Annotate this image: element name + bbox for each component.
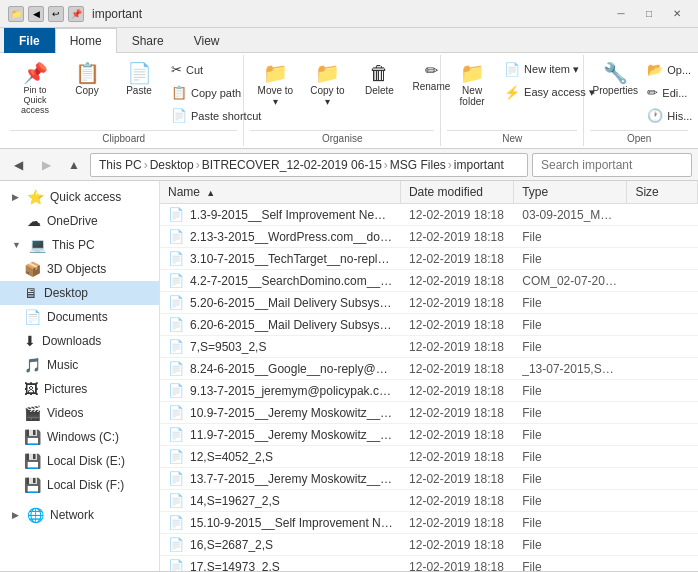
sidebar-item-pictures[interactable]: 🖼 Pictures bbox=[0, 377, 159, 401]
file-row[interactable]: 📄 12,S=4052_2,S 12-02-2019 18:18 File bbox=[160, 446, 698, 468]
tab-home[interactable]: Home bbox=[55, 28, 117, 53]
sidebar-item-quickaccess[interactable]: ▶ ⭐ Quick access bbox=[0, 185, 159, 209]
back-button[interactable]: ◀ bbox=[6, 153, 30, 177]
col-header-size[interactable]: Size bbox=[627, 181, 698, 203]
file-row[interactable]: 📄 11.9-7-2015__Jeremy Moskowitz__jeremy.… bbox=[160, 424, 698, 446]
edit-button[interactable]: ✏ Edi... bbox=[642, 82, 697, 103]
properties-icon: 🔧 bbox=[603, 63, 628, 83]
sidebar-item-3dobjects[interactable]: 📦 3D Objects bbox=[0, 257, 159, 281]
file-icon: 📄 bbox=[168, 537, 184, 552]
file-row[interactable]: 📄 3.10-7-2015__TechTarget__no-reply@tec.… bbox=[160, 248, 698, 270]
col-header-type[interactable]: Type bbox=[514, 181, 627, 203]
file-row[interactable]: 📄 15.10-9-2015__Self Improvement Newslet… bbox=[160, 512, 698, 534]
move-to-button[interactable]: 📁 Move to ▾ bbox=[250, 59, 300, 111]
sidebar-item-documents[interactable]: 📄 Documents bbox=[0, 305, 159, 329]
sort-arrow: ▲ bbox=[206, 188, 215, 198]
sidebar-item-videos[interactable]: 🎬 Videos bbox=[0, 401, 159, 425]
sidebar-item-downloads[interactable]: ⬇ Downloads bbox=[0, 329, 159, 353]
file-name: 📄 17,S=14973_2,S bbox=[160, 556, 401, 571]
file-icon: 📄 bbox=[168, 251, 184, 266]
copy-to-button[interactable]: 📁 Copy to ▾ bbox=[302, 59, 352, 111]
file-date: 12-02-2019 18:18 bbox=[401, 535, 514, 555]
tab-file[interactable]: File bbox=[4, 28, 55, 53]
sidebar-item-localf[interactable]: 💾 Local Disk (F:) bbox=[0, 473, 159, 497]
file-row[interactable]: 📄 2.13-3-2015__WordPress.com__donotrep..… bbox=[160, 226, 698, 248]
file-row[interactable]: 📄 16,S=2687_2,S 12-02-2019 18:18 File bbox=[160, 534, 698, 556]
sidebar-item-locale[interactable]: 💾 Local Disk (E:) bbox=[0, 449, 159, 473]
sidebar: ▶ ⭐ Quick access ▶ ☁ OneDrive ▼ 💻 This P… bbox=[0, 181, 160, 571]
file-row[interactable]: 📄 5.20-6-2015__Mail Delivery Subsystem_.… bbox=[160, 292, 698, 314]
pin-quick-access-button[interactable]: 📌 Pin to Quick access bbox=[10, 59, 60, 119]
tab-view[interactable]: View bbox=[179, 28, 235, 53]
new-folder-button[interactable]: 📁 New folder bbox=[447, 59, 497, 111]
file-row[interactable]: 📄 9.13-7-2015_jeremym@policypak.com_G...… bbox=[160, 380, 698, 402]
pictures-icon: 🖼 bbox=[24, 381, 38, 397]
file-type: File bbox=[514, 315, 627, 335]
file-size bbox=[627, 344, 698, 350]
close-button[interactable]: ✕ bbox=[664, 4, 690, 24]
sidebar-item-onedrive[interactable]: ▶ ☁ OneDrive bbox=[0, 209, 159, 233]
sidebar-label-thispc: This PC bbox=[52, 238, 95, 252]
edit-icon: ✏ bbox=[647, 85, 658, 100]
sidebar-item-music[interactable]: 🎵 Music bbox=[0, 353, 159, 377]
file-size bbox=[627, 278, 698, 284]
sidebar-item-thispc[interactable]: ▼ 💻 This PC bbox=[0, 233, 159, 257]
cut-icon: ✂ bbox=[171, 62, 182, 77]
history-button[interactable]: 🕐 His... bbox=[642, 105, 697, 126]
path-desktop[interactable]: Desktop bbox=[150, 158, 194, 172]
up-button[interactable]: ▲ bbox=[62, 153, 86, 177]
path-msgfiles[interactable]: MSG Files bbox=[390, 158, 446, 172]
file-date: 12-02-2019 18:18 bbox=[401, 381, 514, 401]
path-bitrecover[interactable]: BITRECOVER_12-02-2019 06-15 bbox=[202, 158, 382, 172]
address-bar: ◀ ▶ ▲ This PC › Desktop › BITRECOVER_12-… bbox=[0, 149, 698, 181]
file-row[interactable]: 📄 7,S=9503_2,S 12-02-2019 18:18 File bbox=[160, 336, 698, 358]
maximize-button[interactable]: □ bbox=[636, 4, 662, 24]
sidebar-item-desktop[interactable]: 🖥 Desktop bbox=[0, 281, 159, 305]
file-row[interactable]: 📄 4.2-7-2015__SearchDomino.com__webm... … bbox=[160, 270, 698, 292]
properties-button[interactable]: 🔧 Properties bbox=[590, 59, 640, 100]
tab-share[interactable]: Share bbox=[117, 28, 179, 53]
file-row[interactable]: 📄 6.20-6-2015__Mail Delivery Subsystem_.… bbox=[160, 314, 698, 336]
minimize-button[interactable]: ─ bbox=[608, 4, 634, 24]
newfolder-icon: 📁 bbox=[460, 63, 485, 83]
copyto-label: Copy to ▾ bbox=[308, 85, 346, 107]
file-row[interactable]: 📄 1.3-9-2015__Self Improvement Newslette… bbox=[160, 204, 698, 226]
sidebar-label-windowsc: Windows (C:) bbox=[47, 430, 119, 444]
file-row[interactable]: 📄 17,S=14973_2,S 12-02-2019 18:18 File bbox=[160, 556, 698, 571]
file-name: 📄 3.10-7-2015__TechTarget__no-reply@tec.… bbox=[160, 248, 401, 269]
copy-button[interactable]: 📋 Copy bbox=[62, 59, 112, 100]
sidebar-label-desktop: Desktop bbox=[44, 286, 88, 300]
paste-shortcut-icon: 📄 bbox=[171, 108, 187, 123]
file-type: File bbox=[514, 491, 627, 511]
window-controls: ─ □ ✕ bbox=[608, 4, 690, 24]
open-file-button[interactable]: 📂 Op... bbox=[642, 59, 697, 80]
file-icon: 📄 bbox=[168, 493, 184, 508]
file-row[interactable]: 📄 13.7-7-2015__Jeremy Moskowitz__jeremy.… bbox=[160, 468, 698, 490]
file-name: 📄 5.20-6-2015__Mail Delivery Subsystem_.… bbox=[160, 292, 401, 313]
path-thispc[interactable]: This PC bbox=[99, 158, 142, 172]
file-date: 12-02-2019 18:18 bbox=[401, 469, 514, 489]
address-path[interactable]: This PC › Desktop › BITRECOVER_12-02-201… bbox=[90, 153, 528, 177]
file-row[interactable]: 📄 8.24-6-2015__Google__no-reply@accoun..… bbox=[160, 358, 698, 380]
sidebar-item-network[interactable]: ▶ 🌐 Network bbox=[0, 503, 159, 527]
pin-icon: 📌 bbox=[23, 63, 48, 83]
file-row[interactable]: 📄 10.9-7-2015__Jeremy Moskowitz__jeremy.… bbox=[160, 402, 698, 424]
col-header-date[interactable]: Date modified bbox=[401, 181, 514, 203]
paste-button[interactable]: 📄 Paste bbox=[114, 59, 164, 100]
file-type: File bbox=[514, 403, 627, 423]
title-bar: 📁 ◀ ↩ 📌 important ─ □ ✕ bbox=[0, 0, 698, 28]
file-type: COM_02-07-2015,... bbox=[514, 271, 627, 291]
file-icon: 📄 bbox=[168, 317, 184, 332]
file-row[interactable]: 📄 14,S=19627_2,S 12-02-2019 18:18 File bbox=[160, 490, 698, 512]
file-type: File bbox=[514, 469, 627, 489]
path-important[interactable]: important bbox=[454, 158, 504, 172]
locale-icon: 💾 bbox=[24, 453, 41, 469]
file-date: 12-02-2019 18:18 bbox=[401, 205, 514, 225]
search-input[interactable] bbox=[532, 153, 692, 177]
col-header-name[interactable]: Name ▲ bbox=[160, 181, 401, 203]
forward-button[interactable]: ▶ bbox=[34, 153, 58, 177]
sidebar-item-windowsc[interactable]: 💾 Windows (C:) bbox=[0, 425, 159, 449]
file-name: 📄 7,S=9503_2,S bbox=[160, 336, 401, 357]
window-icon: 📁 bbox=[8, 6, 24, 22]
delete-button[interactable]: 🗑 Delete bbox=[354, 59, 404, 100]
